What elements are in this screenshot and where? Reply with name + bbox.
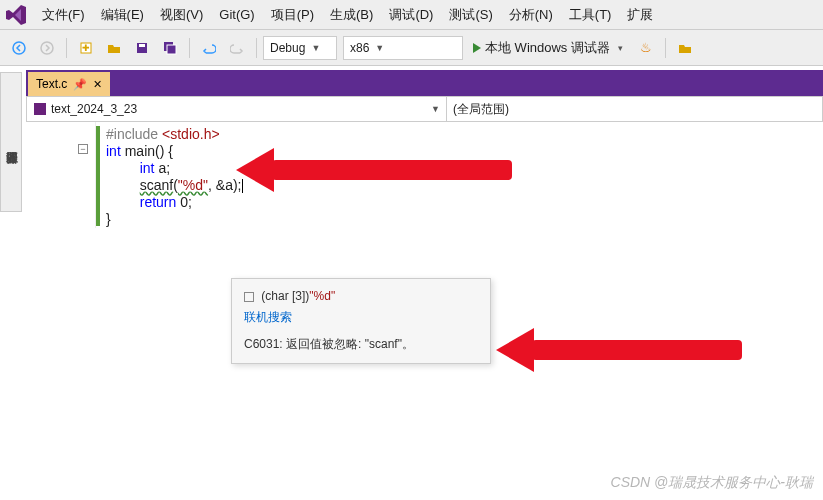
- folder-button[interactable]: [672, 36, 698, 60]
- menu-analyze[interactable]: 分析(N): [501, 2, 561, 28]
- fold-toggle[interactable]: −: [78, 144, 88, 154]
- code-token: a;: [155, 160, 171, 176]
- play-icon: [473, 43, 481, 53]
- menu-bar: 文件(F) 编辑(E) 视图(V) Git(G) 项目(P) 生成(B) 调试(…: [0, 0, 823, 30]
- code-token: main() {: [121, 143, 173, 159]
- code-token: int: [140, 160, 155, 176]
- code-editor[interactable]: − #include <stdio.h> int main() { int a;…: [26, 122, 823, 228]
- warning-message: C6031: 返回值被忽略: "scanf"。: [244, 336, 478, 353]
- platform-combo[interactable]: x86▼: [343, 36, 463, 60]
- svg-point-0: [13, 42, 25, 54]
- code-token: <stdio.h>: [162, 126, 220, 142]
- code-token: 0;: [176, 194, 192, 210]
- menu-git[interactable]: Git(G): [211, 3, 262, 26]
- menu-build[interactable]: 生成(B): [322, 2, 381, 28]
- tooltip-signature: (char [3])"%d": [244, 289, 478, 303]
- svg-text:✚: ✚: [82, 43, 90, 53]
- sig-type: (char [3]): [261, 289, 309, 303]
- intellisense-tooltip: (char [3])"%d" 联机搜索 C6031: 返回值被忽略: "scan…: [231, 278, 491, 364]
- save-button[interactable]: [129, 36, 155, 60]
- menu-extensions[interactable]: 扩展: [619, 2, 661, 28]
- save-all-button[interactable]: [157, 36, 183, 60]
- server-explorer-tab[interactable]: 服务器资源管理器: [0, 72, 22, 212]
- menu-tools[interactable]: 工具(T): [561, 2, 620, 28]
- svg-rect-7: [167, 45, 176, 54]
- scope-label: (全局范围): [453, 101, 509, 118]
- editor-area: Text.c 📌 ✕ text_2024_3_23 ▼ (全局范围) − #in…: [26, 70, 823, 500]
- start-debug-button[interactable]: 本地 Windows 调试器 ▾: [465, 36, 631, 60]
- separator: [189, 38, 190, 58]
- menu-project[interactable]: 项目(P): [263, 2, 322, 28]
- nav-bar: text_2024_3_23 ▼ (全局范围): [26, 96, 823, 122]
- type-icon: [244, 292, 254, 302]
- toolbar: ✚ Debug▼ x86▼ 本地 Windows 调试器 ▾ ♨: [0, 30, 823, 66]
- menu-file[interactable]: 文件(F): [34, 2, 93, 28]
- file-tab-bar: Text.c 📌 ✕: [26, 70, 823, 96]
- svg-point-1: [41, 42, 53, 54]
- separator: [665, 38, 666, 58]
- sig-str: "%d": [309, 289, 335, 303]
- menu-view[interactable]: 视图(V): [152, 2, 211, 28]
- nav-fwd-button[interactable]: [34, 36, 60, 60]
- platform-value: x86: [350, 41, 369, 55]
- run-label: 本地 Windows 调试器: [485, 39, 610, 57]
- code-token: "%d": [178, 177, 208, 193]
- watermark: CSDN @瑞晟技术服务中心-耿瑞: [611, 474, 813, 492]
- svg-rect-5: [139, 44, 145, 47]
- menu-test[interactable]: 测试(S): [441, 2, 500, 28]
- menu-edit[interactable]: 编辑(E): [93, 2, 152, 28]
- chevron-down-icon: ▼: [311, 43, 320, 53]
- code-token: int: [106, 143, 121, 159]
- chevron-down-icon: ▾: [618, 43, 623, 53]
- nav-back-button[interactable]: [6, 36, 32, 60]
- vs-logo-icon: [4, 3, 28, 27]
- fire-icon[interactable]: ♨: [633, 36, 659, 60]
- new-item-button[interactable]: ✚: [73, 36, 99, 60]
- code-token: scanf: [140, 177, 173, 193]
- redo-button[interactable]: [224, 36, 250, 60]
- open-button[interactable]: [101, 36, 127, 60]
- separator: [256, 38, 257, 58]
- pin-icon[interactable]: 📌: [73, 78, 87, 91]
- undo-button[interactable]: [196, 36, 222, 60]
- file-tab-text-c[interactable]: Text.c 📌 ✕: [28, 72, 110, 96]
- code-token: , &a);: [208, 177, 241, 193]
- chevron-down-icon: ▼: [431, 104, 440, 114]
- project-icon: [33, 102, 47, 116]
- config-combo[interactable]: Debug▼: [263, 36, 337, 60]
- chevron-down-icon: ▼: [375, 43, 384, 53]
- project-name: text_2024_3_23: [51, 102, 137, 116]
- gutter: [26, 122, 96, 228]
- file-tab-label: Text.c: [36, 77, 67, 91]
- online-search-link[interactable]: 联机搜索: [244, 309, 478, 326]
- svg-rect-8: [34, 103, 46, 115]
- text-cursor: [242, 179, 243, 193]
- code-token: #include: [106, 126, 162, 142]
- close-icon[interactable]: ✕: [93, 78, 102, 91]
- config-value: Debug: [270, 41, 305, 55]
- scope-combo[interactable]: (全局范围): [447, 97, 822, 121]
- code-token: }: [106, 211, 111, 227]
- separator: [66, 38, 67, 58]
- code-content[interactable]: #include <stdio.h> int main() { int a; s…: [26, 126, 823, 228]
- menu-debug[interactable]: 调试(D): [381, 2, 441, 28]
- change-marker: [96, 126, 100, 226]
- project-combo[interactable]: text_2024_3_23 ▼: [27, 97, 447, 121]
- code-token: return: [140, 194, 177, 210]
